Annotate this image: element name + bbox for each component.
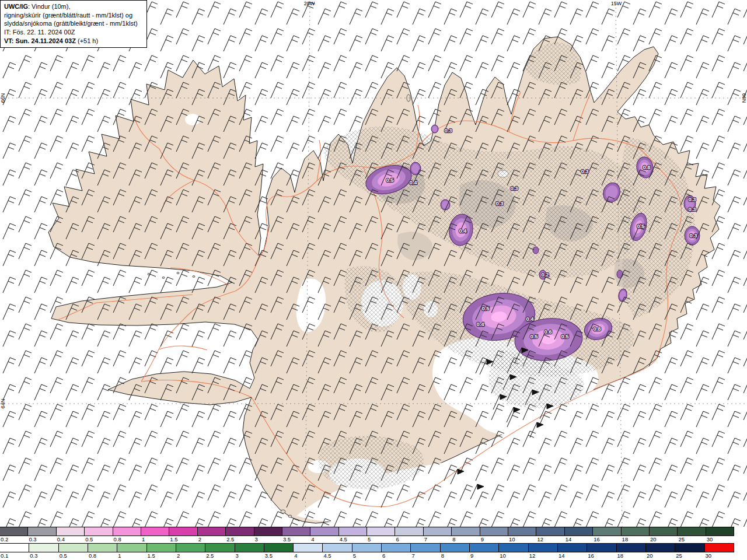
legend-value: 20 [650,536,678,543]
precip-value: 0.8 [593,326,601,332]
longitude-label: 20W [304,1,315,6]
legend-value: 0.5 [59,552,88,559]
legend-value: 25 [675,552,704,559]
legend-value: 4.5 [323,552,352,559]
latitude-label: 66N [0,93,6,103]
legend-value: 0.5 [85,536,113,543]
legend-value: 16 [587,552,616,559]
legend-cell: 14 [558,543,587,559]
iceland-weather-map: 0.50.40.30.40.30.30.30.80.50.30.30.30.50… [0,0,747,527]
legend-swatch [498,543,528,552]
model-name: UWC/IG [4,3,28,10]
legend-cell: 3.5 [264,543,294,559]
legend-cell: 1.5 [169,527,197,543]
legend-cell: 0.5 [85,527,113,543]
legend-cell: 3 [235,543,264,559]
legend-value: 8 [452,536,480,543]
legend-cell: 0.8 [113,527,141,543]
precip-value: 0.5 [561,333,569,340]
legend-value: 4.5 [339,536,367,543]
legend-value: 1 [117,552,146,559]
legend-value: 20 [646,552,675,559]
legend-value: 8 [441,552,470,559]
legend-value: 12 [529,552,558,559]
precip-value: 0.4 [409,179,417,186]
legend-value: 0.8 [113,536,141,543]
legend-cell: 12 [529,543,558,559]
legend-swatch [528,543,558,552]
legend-cell: 2 [176,543,205,559]
legend-swatch [56,527,85,536]
legend-swatch [469,543,499,552]
precip-value: 0.6 [544,328,551,335]
legend-swatch [706,527,734,536]
legend-swatch [254,527,282,536]
legend-swatch [557,543,587,552]
precip-value: 0.4 [526,316,534,322]
legend-value: 2.5 [205,552,235,559]
init-time-line: IT: Fös. 22. 11. 2024 00Z [4,28,143,37]
precip-value: 0.8 [643,164,650,170]
legend-cell: 7 [411,543,440,559]
legend-cell: 10 [508,527,536,543]
legend-swatch [592,527,621,536]
legend-value: 3.5 [282,536,310,543]
legend-swatch [338,527,367,536]
legend-cell: 0.4 [57,527,85,543]
legend-cell: 20 [650,527,678,543]
legend-cell: 4 [310,527,338,543]
legend-swatch [264,543,294,552]
legend-cell: 3.5 [282,527,310,543]
legend-cell: 0.5 [59,543,88,559]
legend-value: 0.3 [29,552,58,559]
legend-value: 0.8 [88,552,117,559]
legend-cell: 14 [565,527,593,543]
legend-swatch [480,527,508,536]
legend-value: 7 [424,536,452,543]
legend-value: 2.5 [226,536,254,543]
legend-swatch [29,543,58,552]
legend-cell: 30 [706,527,734,543]
legend-cell: 4.5 [323,543,352,559]
legend-cell: 5 [367,527,395,543]
rain-scale: 0.10.30.50.811.522.533.544.5567891012141… [0,543,747,559]
legend-swatch [235,543,264,552]
legend-swatch [0,527,28,536]
legend-value: 3.5 [264,552,294,559]
legend-cell: 3 [254,527,282,543]
legend-swatch [621,527,650,536]
legend-cell: 0.1 [0,543,29,559]
legend-cell: 5 [352,543,382,559]
legend-cell: 2.5 [226,527,254,543]
precip-value: 0.4 [459,228,467,234]
legend-cell: 1.5 [147,543,176,559]
legend-cell: 9 [480,527,508,543]
legend-value: 6 [395,536,423,543]
legend-swatch [587,543,616,552]
title-line-2: rigning/skúrir (grænt/blátt/rautt - mm/1… [4,11,143,20]
legend-swatch [410,543,440,552]
legend-value: 2 [176,552,205,559]
precip-value: 0.2 [541,271,549,278]
legend-cell: 4.5 [339,527,367,543]
legend-swatch [113,527,141,536]
legend-value: 3 [254,536,282,543]
legend-value: 16 [593,536,621,543]
legend-swatch [310,527,338,536]
legend-value: 7 [411,552,440,559]
precip-value: 0.5 [637,223,645,229]
legend-value: 2 [198,536,226,543]
legend-value: 6 [382,552,411,559]
legend-cell: 12 [536,527,564,543]
legend-swatch [366,527,395,536]
legend-cell: 1 [117,543,146,559]
precip-value: 0.5 [530,333,538,340]
legend-swatch [141,527,169,536]
legend-value: 4 [310,536,338,543]
wind-barbs-layer [0,0,747,527]
precip-value: 0.3 [581,168,588,174]
legend-value: 5 [352,552,382,559]
legend-value: 14 [565,536,593,543]
legend-swatch [205,543,235,552]
precip-value: 0.5 [481,305,490,312]
